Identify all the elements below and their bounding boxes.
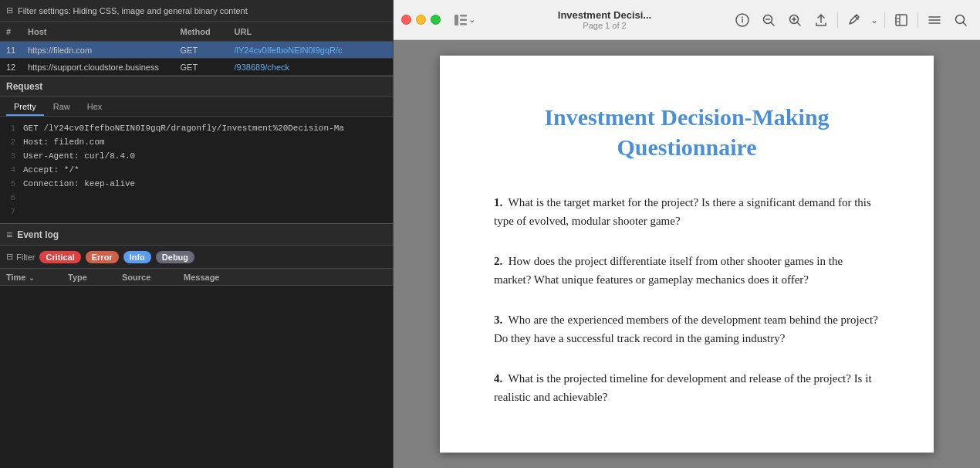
maximize-button[interactable] bbox=[431, 15, 441, 25]
badge-info[interactable]: Info bbox=[123, 251, 151, 263]
pdf-window-title: Investment Decisi... bbox=[483, 9, 726, 21]
event-log-title: Event log bbox=[17, 229, 59, 240]
svg-rect-0 bbox=[455, 15, 458, 25]
request-code: 1 GET /lY24cv0IfefboNEIN0I9gqR/dragonfly… bbox=[0, 117, 393, 223]
table-row[interactable]: 11 https://filedn.com GET /lY24cv0Ifefbo… bbox=[0, 42, 393, 59]
minimize-button[interactable] bbox=[416, 15, 426, 25]
svg-rect-3 bbox=[460, 23, 467, 25]
row-host: https://support.cloudstore.business bbox=[28, 63, 181, 72]
info-button[interactable] bbox=[731, 8, 754, 32]
annotate-button[interactable] bbox=[843, 8, 866, 32]
col-type: Type bbox=[68, 273, 122, 282]
pdf-question-3: 3. Who are the experienced members of th… bbox=[494, 310, 880, 348]
filter-text: Filter settings: Hiding CSS, image and g… bbox=[18, 6, 248, 15]
code-line: 7 bbox=[6, 205, 387, 219]
tab-hex[interactable]: Hex bbox=[79, 99, 110, 116]
more-options-button[interactable] bbox=[923, 8, 946, 32]
filter-label: Filter bbox=[16, 253, 35, 262]
pdf-toolbar: ⌄ Investment Decisi... Page 1 of 2 bbox=[394, 0, 980, 40]
hamburger-icon: ≡ bbox=[6, 229, 12, 241]
svg-rect-1 bbox=[460, 15, 467, 17]
event-log-header: ≡ Event log bbox=[0, 224, 393, 246]
row-url: /938689/check bbox=[235, 63, 387, 72]
search-button[interactable] bbox=[949, 8, 972, 32]
pdf-question-2: 2. How does the project differentiate it… bbox=[494, 252, 880, 289]
sort-icon: ⌄ bbox=[29, 274, 35, 282]
event-log-controls: ⊟ Filter Critical Error Info Debug bbox=[0, 246, 393, 269]
svg-point-5 bbox=[742, 16, 743, 18]
row-method: GET bbox=[181, 63, 235, 72]
svg-rect-2 bbox=[460, 19, 467, 21]
sidebar-toggle-button[interactable]: ⌄ bbox=[451, 12, 478, 29]
svg-line-13 bbox=[797, 22, 800, 25]
table-row[interactable]: 12 https://support.cloudstore.business G… bbox=[0, 59, 393, 76]
toolbar-separator-3 bbox=[917, 12, 918, 28]
pdf-document-title: Investment Decision-MakingQuestionnaire bbox=[494, 102, 880, 162]
badge-error[interactable]: Error bbox=[86, 251, 119, 263]
request-section: Request Pretty Raw Hex 1 GET /lY24cv0Ife… bbox=[0, 76, 393, 223]
col-method: Method bbox=[181, 27, 235, 36]
network-inspector-panel: ⊟ Filter settings: Hiding CSS, image and… bbox=[0, 0, 394, 468]
code-line: 1 GET /lY24cv0IfefboNEIN0I9gqR/dragonfly… bbox=[6, 121, 387, 135]
network-table-body: 11 https://filedn.com GET /lY24cv0Ifefbo… bbox=[0, 42, 393, 76]
badge-critical[interactable]: Critical bbox=[39, 251, 80, 263]
row-num: 12 bbox=[6, 63, 28, 72]
col-host: Host bbox=[28, 27, 181, 36]
event-log-section: ≡ Event log ⊟ Filter Critical Error Info… bbox=[0, 223, 393, 468]
close-button[interactable] bbox=[401, 15, 411, 25]
annotate-dropdown-icon[interactable]: ⌄ bbox=[869, 13, 880, 27]
event-log-column-headers: Time ⌄ Type Source Message bbox=[0, 269, 393, 286]
code-line: 3 User-Agent: curl/8.4.0 bbox=[6, 149, 387, 163]
chevron-down-icon: ⌄ bbox=[468, 15, 475, 25]
filter-bar: ⊟ Filter settings: Hiding CSS, image and… bbox=[0, 0, 393, 22]
col-num: # bbox=[6, 27, 28, 36]
svg-line-20 bbox=[963, 22, 966, 25]
zoom-out-button[interactable] bbox=[757, 8, 780, 32]
row-url: /lY24cv0IfefboNEIN0I9gqR/c bbox=[235, 46, 387, 55]
network-table-header: # Host Method URL bbox=[0, 22, 393, 42]
pdf-viewer-panel: ⌄ Investment Decisi... Page 1 of 2 bbox=[394, 0, 980, 468]
code-line: 4 Accept: */* bbox=[6, 163, 387, 177]
code-line: 2 Host: filedn.com bbox=[6, 135, 387, 149]
toolbar-separator bbox=[837, 12, 838, 28]
pdf-title-area: Investment Decisi... Page 1 of 2 bbox=[483, 9, 726, 30]
svg-line-9 bbox=[771, 22, 774, 25]
filter-funnel-icon: ⊟ bbox=[6, 252, 13, 262]
traffic-lights bbox=[401, 15, 441, 25]
row-method: GET bbox=[181, 46, 235, 55]
pdf-question-4: 4. What is the projected timeline for de… bbox=[494, 369, 880, 406]
tab-pretty[interactable]: Pretty bbox=[6, 99, 44, 116]
col-source: Source bbox=[122, 273, 184, 282]
request-title: Request bbox=[0, 76, 393, 97]
row-host: https://filedn.com bbox=[28, 46, 181, 55]
code-line: 5 Connection: keep-alive bbox=[6, 177, 387, 191]
filter-icon: ⊟ bbox=[6, 5, 13, 15]
row-num: 11 bbox=[6, 46, 28, 55]
svg-rect-6 bbox=[742, 19, 743, 22]
pdf-question-1: 1. What is the target market for the pro… bbox=[494, 193, 880, 230]
col-url: URL bbox=[235, 27, 387, 36]
share-button[interactable] bbox=[809, 8, 833, 32]
col-time: Time ⌄ bbox=[6, 273, 68, 282]
code-line: 6 bbox=[6, 191, 387, 205]
request-tabs: Pretty Raw Hex bbox=[0, 97, 393, 117]
pdf-toolbar-actions: ⌄ bbox=[731, 8, 972, 32]
pdf-content-area[interactable]: Investment Decision-MakingQuestionnaire … bbox=[394, 40, 980, 468]
toolbar-separator-2 bbox=[884, 12, 885, 28]
col-message: Message bbox=[184, 273, 387, 282]
badge-debug[interactable]: Debug bbox=[156, 251, 194, 263]
tab-raw[interactable]: Raw bbox=[46, 99, 78, 116]
pdf-page: Investment Decision-MakingQuestionnaire … bbox=[440, 56, 934, 453]
pdf-page-indicator: Page 1 of 2 bbox=[483, 21, 726, 30]
expand-button[interactable] bbox=[890, 8, 913, 32]
zoom-in-button[interactable] bbox=[783, 8, 806, 32]
filter-button[interactable]: ⊟ Filter bbox=[6, 252, 35, 262]
svg-rect-15 bbox=[896, 15, 907, 25]
